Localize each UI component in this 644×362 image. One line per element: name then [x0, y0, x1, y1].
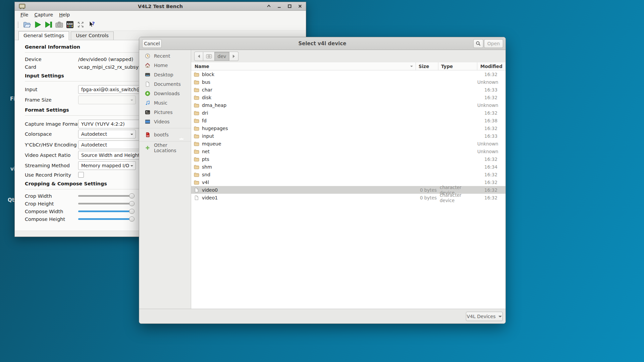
menu-help[interactable]: Help: [56, 11, 73, 18]
open-button[interactable]: Open: [484, 39, 503, 48]
shade-button[interactable]: [266, 4, 271, 9]
show-raw-button[interactable]: RAW: [64, 20, 75, 30]
file-row[interactable]: bus Unknown: [191, 78, 505, 86]
menubar: File Capture Help: [15, 11, 306, 19]
file-name: video0: [202, 187, 218, 193]
open-file-button[interactable]: [21, 20, 32, 30]
place-label: Home: [154, 63, 168, 68]
sidebar-place-item[interactable]: Videos: [139, 117, 191, 126]
column-header-size[interactable]: Size: [416, 62, 438, 70]
slider[interactable]: [78, 193, 135, 198]
path-segment-dev[interactable]: dev: [215, 52, 229, 61]
dialog-headerbar[interactable]: Select v4l device Cancel Open: [139, 37, 505, 50]
file-row[interactable]: block 16:32: [191, 70, 505, 78]
file-name: dma_heap: [202, 103, 226, 108]
streaming-method-combobox[interactable]: Memory mapped I/O: [78, 161, 136, 170]
file-type-icon: [194, 165, 199, 169]
sidebar-place-item[interactable]: Recent: [139, 51, 191, 61]
slider-thumb[interactable]: [129, 217, 135, 222]
frame-size-label: Frame Size: [25, 96, 52, 104]
chevron-down-icon: [130, 134, 133, 136]
sidebar-item-bootfs[interactable]: SD bootfs: [139, 130, 191, 139]
frame-size-combobox[interactable]: [78, 96, 136, 104]
sidebar-separator: [139, 128, 191, 128]
sidebar-place-item[interactable]: Desktop: [139, 70, 191, 79]
eject-icon[interactable]: [179, 132, 184, 137]
snapshot-button[interactable]: [54, 20, 64, 30]
maximize-button[interactable]: [287, 4, 292, 9]
file-row[interactable]: net Unknown: [191, 147, 505, 155]
sort-descending-icon: [410, 66, 413, 68]
record-priority-checkbox[interactable]: [78, 172, 84, 178]
tab-user-controls[interactable]: User Controls: [71, 32, 114, 40]
file-name: fd: [202, 118, 207, 123]
menu-file[interactable]: File: [17, 11, 31, 18]
place-icon: [145, 100, 150, 106]
file-row[interactable]: hugepages 16:32: [191, 124, 505, 132]
file-row[interactable]: char 16:33: [191, 86, 505, 94]
start-capture-button[interactable]: [32, 20, 43, 30]
sidebar-place-item[interactable]: Documents: [139, 79, 191, 89]
file-type: character device: [438, 192, 477, 203]
path-root-button[interactable]: [203, 52, 215, 61]
file-type-icon: [194, 126, 199, 131]
menu-capture[interactable]: Capture: [31, 11, 56, 18]
sidebar-place-item[interactable]: Pictures: [139, 108, 191, 117]
slider-thumb[interactable]: [129, 209, 135, 214]
filter-dropdown[interactable]: V4L Devices: [466, 312, 503, 321]
file-row[interactable]: disk 16:32: [191, 94, 505, 101]
search-button[interactable]: [473, 39, 483, 48]
chevron-right-icon: [233, 55, 236, 58]
slider[interactable]: [78, 201, 135, 206]
drive-icon: [206, 54, 212, 59]
place-icon: [145, 91, 150, 96]
sidebar-place-item[interactable]: Downloads: [139, 89, 191, 98]
other-locations-label: Other Locations: [154, 142, 191, 153]
path-forward-button[interactable]: [229, 52, 238, 61]
slider-track: [78, 210, 133, 212]
slider[interactable]: [78, 217, 135, 222]
file-row[interactable]: pts 16:32: [191, 155, 505, 163]
file-row[interactable]: dma_heap Unknown: [191, 101, 505, 109]
tab-general-settings[interactable]: General Settings: [18, 31, 69, 40]
place-label: Desktop: [154, 72, 173, 77]
file-row[interactable]: snd 16:32: [191, 171, 505, 178]
file-type-icon: [194, 80, 199, 84]
sidebar-place-item[interactable]: Music: [139, 98, 191, 108]
file-row[interactable]: fd 16:38: [191, 117, 505, 124]
file-row[interactable]: video1 0 bytes character device 16:32: [191, 194, 505, 201]
whats-this-button[interactable]: ?: [86, 20, 97, 30]
sidebar-place-item[interactable]: Home: [139, 61, 191, 70]
place-icon: [145, 119, 150, 124]
device-value: /dev/video0 (wrapped): [78, 56, 133, 63]
file-type-icon: [194, 149, 199, 154]
file-name: video1: [202, 195, 218, 200]
step-frame-button[interactable]: [43, 20, 54, 30]
file-row[interactable]: shm 16:34: [191, 163, 505, 171]
path-back-button[interactable]: [194, 52, 203, 61]
sidebar-item-other-locations[interactable]: Other Locations: [139, 143, 191, 153]
app-titlebar[interactable]: V4L2 Test Bench: [15, 2, 306, 11]
file-type-icon: [194, 111, 199, 115]
streaming-method-label: Streaming Method: [25, 161, 70, 170]
minimize-button[interactable]: [277, 4, 282, 9]
cancel-button[interactable]: Cancel: [142, 39, 162, 48]
file-row[interactable]: input 16:33: [191, 132, 505, 140]
play-icon: [34, 20, 42, 29]
close-button[interactable]: [298, 4, 303, 9]
toolbar-grip[interactable]: [17, 21, 19, 28]
column-header-type[interactable]: Type: [438, 62, 477, 70]
file-size: 0 bytes: [416, 187, 438, 193]
column-header-name[interactable]: Name: [191, 62, 416, 70]
section-general-information: General Information: [25, 44, 80, 50]
sd-card-icon: SD: [145, 132, 150, 137]
file-row[interactable]: dri 16:32: [191, 109, 505, 117]
file-row[interactable]: mqueue Unknown: [191, 140, 505, 147]
fullscreen-button[interactable]: [75, 20, 86, 30]
slider-thumb[interactable]: [129, 201, 135, 206]
colorspace-combobox[interactable]: Autodetect: [78, 130, 136, 138]
sidebar-separator: [139, 141, 191, 141]
slider[interactable]: [78, 209, 135, 214]
column-header-modified[interactable]: Modified: [477, 62, 505, 70]
slider-thumb[interactable]: [129, 193, 135, 198]
